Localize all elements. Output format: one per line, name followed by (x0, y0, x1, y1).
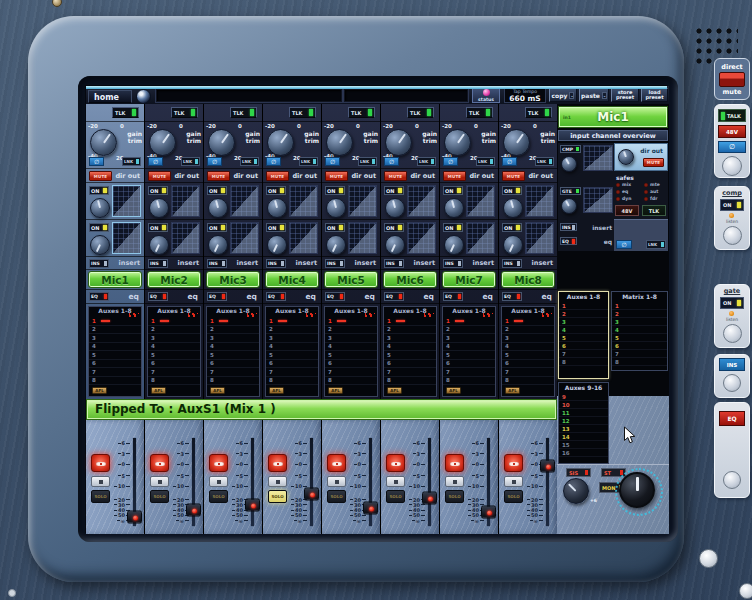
fader-cap[interactable] (186, 504, 201, 517)
gain-trim-knob[interactable] (444, 129, 471, 156)
link-button[interactable]: LNK (476, 157, 495, 166)
aux-send-row[interactable]: 2 (148, 326, 200, 335)
routing-row[interactable]: 3 (612, 318, 667, 326)
aux-send-row[interactable]: 4 (443, 343, 495, 352)
fader[interactable] (362, 438, 379, 526)
link-button[interactable]: LNK (240, 157, 259, 166)
mute-button[interactable]: MUTE (502, 171, 525, 181)
tlk-button[interactable]: TLK (289, 107, 316, 118)
copy-options-icon[interactable]: - (569, 92, 574, 99)
channel-nameplate[interactable]: Mic1 (88, 271, 142, 288)
eq-button[interactable]: EQ (325, 292, 345, 301)
aux-sends-box[interactable]: Auxes 1-8 12345678 AFL (206, 306, 260, 397)
comp-graph[interactable] (230, 222, 259, 254)
afl-button[interactable]: AFL (92, 387, 107, 394)
comp-on-button[interactable]: ON (502, 223, 522, 232)
aux-send-row[interactable]: 8 (502, 377, 554, 386)
gate-knob[interactable] (267, 198, 287, 218)
insert-button[interactable]: INS (89, 259, 109, 268)
aux-send-row[interactable]: 8 (443, 377, 495, 386)
routing-row[interactable]: 7 (612, 350, 667, 358)
gate-graph[interactable] (112, 185, 141, 217)
insert-button[interactable]: INS (384, 259, 404, 268)
mute-button[interactable]: MUTE (89, 171, 112, 181)
gain-trim-knob[interactable] (503, 129, 530, 156)
gate-on-button[interactable]: ON (89, 186, 109, 195)
aux-send-row[interactable]: 3 (207, 334, 259, 343)
aux-send-row[interactable]: 6 (148, 360, 200, 369)
fader[interactable] (303, 438, 320, 526)
comp-graph[interactable] (112, 222, 141, 254)
aux-send-row[interactable]: 3 (384, 334, 436, 343)
aux-send-row[interactable]: 6 (443, 360, 495, 369)
insert-button-hw[interactable]: INS (719, 358, 745, 371)
link-button[interactable]: LNK (535, 157, 554, 166)
routing-row[interactable]: 16 (559, 449, 608, 457)
paste-button[interactable]: paste- (579, 88, 609, 102)
tlk-button[interactable]: TLK (525, 107, 552, 118)
tlk-button[interactable]: TLK (407, 107, 434, 118)
monitor-knob[interactable] (699, 549, 718, 568)
comp-knob[interactable] (385, 235, 405, 255)
phase-button[interactable]: ∅ (502, 157, 517, 166)
comp-graph[interactable] (171, 222, 200, 254)
gain-trim-knob[interactable] (90, 129, 117, 156)
fader[interactable] (480, 438, 497, 526)
gate-knob[interactable] (208, 198, 228, 218)
comp-graph[interactable] (407, 222, 436, 254)
sis-button[interactable]: SIS (566, 468, 591, 477)
compressor-graph[interactable] (583, 145, 613, 171)
phase-button[interactable]: ∅ (89, 157, 104, 166)
phase-button[interactable]: ∅ (266, 157, 281, 166)
tap-tempo-display[interactable]: Tap Tempo 660 mS (504, 87, 546, 103)
gate-graph[interactable] (171, 185, 200, 217)
insert-encoder[interactable] (723, 374, 741, 392)
comp-listen[interactable]: listen (726, 213, 738, 224)
safe-aut[interactable]: aut (644, 189, 668, 194)
aux-send-row[interactable]: 2 (384, 326, 436, 335)
aux-send-row[interactable]: 2 (89, 326, 141, 335)
aux-sends-box[interactable]: Auxes 1-8 12345678 AFL (501, 306, 555, 397)
aux-send-row[interactable]: 8 (89, 377, 141, 386)
afl-button[interactable]: AFL (151, 387, 166, 394)
mute-button[interactable]: MUTE (325, 171, 348, 181)
phase-button[interactable]: ∅ (616, 240, 632, 249)
afl-button[interactable]: AFL (446, 387, 461, 394)
comp-on-button[interactable]: ON (443, 223, 463, 232)
mute-button[interactable]: MUTE (443, 171, 466, 181)
aux-send-row[interactable]: 6 (89, 360, 141, 369)
monitor-knob[interactable] (739, 583, 752, 599)
channel-nameplate[interactable]: Mic4 (265, 271, 319, 288)
aux-send-row[interactable]: 4 (207, 343, 259, 352)
talkback-button[interactable]: TLK (642, 205, 666, 216)
phase-button[interactable]: ∅ (148, 157, 163, 166)
gate-on-button[interactable]: ON (720, 297, 744, 309)
aux-send-row[interactable]: 5 (266, 351, 318, 360)
gain-trim-knob[interactable] (149, 129, 176, 156)
channel-nameplate[interactable]: Mic6 (383, 271, 437, 288)
phase-button[interactable]: ∅ (384, 157, 399, 166)
gate-knob[interactable] (444, 198, 464, 218)
aux-send-row[interactable]: 8 (148, 377, 200, 386)
comp-on-button[interactable]: ON (384, 223, 404, 232)
eq-button[interactable]: EQ (148, 292, 168, 301)
gate-on-button[interactable]: ON (502, 186, 522, 195)
aux-send-row[interactable]: 2 (502, 326, 554, 335)
gate-encoder[interactable] (723, 324, 742, 343)
aux-send-row[interactable]: 4 (384, 343, 436, 352)
fader-cap[interactable] (481, 505, 496, 518)
channel-nameplate[interactable]: Mic7 (442, 271, 496, 288)
aux-send-row[interactable]: 2 (443, 326, 495, 335)
comp-on-button[interactable]: ON (89, 223, 109, 232)
level-knob[interactable] (563, 478, 589, 504)
channel-nameplate[interactable]: Mic3 (206, 271, 260, 288)
gate-knob[interactable] (149, 198, 169, 218)
gate-graph[interactable] (583, 187, 613, 213)
routing-row[interactable]: 12 (559, 417, 608, 425)
home-button[interactable]: home (88, 90, 132, 103)
comp-on-button[interactable]: ON (266, 223, 286, 232)
routing-row[interactable]: 8 (612, 358, 667, 366)
aux-send-row[interactable]: 7 (325, 368, 377, 377)
aux-send-row[interactable]: 1 (384, 317, 436, 326)
status-button[interactable]: status (472, 87, 500, 103)
